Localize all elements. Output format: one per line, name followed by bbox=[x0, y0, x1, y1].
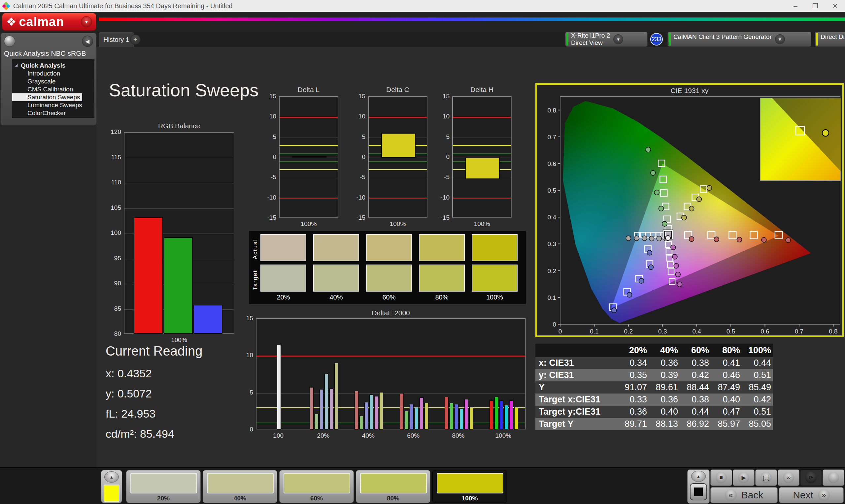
table-cell: 85.05 bbox=[742, 419, 773, 429]
deltae-bar bbox=[379, 392, 383, 430]
minimize-icon[interactable]: – bbox=[786, 0, 805, 12]
meter-count-badge[interactable]: 233 bbox=[650, 33, 663, 46]
calman-logo-text: calman bbox=[19, 16, 64, 28]
patch-color-swatch bbox=[130, 473, 197, 493]
tab-history-1[interactable]: History 1 bbox=[99, 32, 134, 47]
target-swatch-80% bbox=[419, 265, 465, 292]
pattern-generator-chevron-icon[interactable]: ▼ bbox=[775, 34, 785, 44]
next-button[interactable]: Next » bbox=[779, 487, 844, 503]
close-icon[interactable]: ✕ bbox=[825, 0, 845, 12]
ref-line bbox=[280, 145, 338, 146]
transport-blank-button[interactable] bbox=[823, 469, 844, 486]
table-cell: 88.44 bbox=[680, 382, 711, 393]
rgb-balance-title: RGB Balance bbox=[110, 122, 248, 130]
calman-menu-button[interactable]: ❖ calman ▼ bbox=[2, 13, 96, 31]
ref-line bbox=[257, 407, 525, 408]
meter-chevron-icon[interactable]: ▼ bbox=[613, 34, 623, 44]
deltae-title: DeltaE 2000 bbox=[256, 309, 526, 317]
sidebar-item-cms-calibration[interactable]: CMS Calibration bbox=[12, 86, 94, 93]
table-row: y: CIE310.350.390.420.460.51 bbox=[535, 369, 773, 381]
deltae-bar bbox=[424, 403, 428, 430]
sidebar-collapse-icon[interactable]: ◀ bbox=[82, 36, 93, 47]
patch-color-swatch bbox=[437, 473, 504, 493]
table-column-header: 80% bbox=[711, 345, 742, 356]
table-column-header: 60% bbox=[680, 345, 711, 356]
transport-tray-toggle[interactable]: ▲ bbox=[687, 469, 710, 504]
current-reading-heading: Current Reading bbox=[106, 344, 203, 359]
patch-button-20%[interactable]: 20% bbox=[126, 470, 201, 503]
deltae-bar bbox=[310, 387, 314, 430]
deltae-bar bbox=[354, 391, 358, 430]
svg-text:0.2: 0.2 bbox=[548, 268, 556, 274]
transport-loop-button[interactable]: ∞ bbox=[778, 469, 799, 486]
current-reading-value: cd/m²: 85.494 bbox=[106, 428, 203, 440]
actual-swatch-40% bbox=[313, 234, 359, 261]
app-window: Calman 2025 Calman Ultimate for Business… bbox=[0, 0, 845, 504]
tray-up-arrow-icon[interactable]: ▲ bbox=[104, 471, 119, 483]
display-control-dropdown[interactable]: Direct Display Control ▼ bbox=[815, 32, 845, 47]
delta_l-plot bbox=[279, 96, 338, 218]
transport-up-arrow-icon[interactable]: ▲ bbox=[691, 471, 706, 482]
ref-line bbox=[280, 117, 338, 118]
transport-stop-button[interactable]: ■ bbox=[710, 469, 732, 486]
svg-text:0.1: 0.1 bbox=[548, 294, 556, 301]
svg-text:0.8: 0.8 bbox=[548, 107, 556, 114]
workflow-title: Quick Analysis NBC sRGB bbox=[3, 48, 94, 59]
pattern-window-button[interactable] bbox=[690, 483, 707, 500]
display-control-accent bbox=[816, 33, 818, 46]
table-cell: 0.38 bbox=[680, 395, 711, 405]
titlebar: Calman 2025 Calman Ultimate for Business… bbox=[0, 0, 845, 12]
deltae-bar bbox=[374, 396, 378, 430]
window-title: Calman 2025 Calman Ultimate for Business… bbox=[13, 2, 233, 10]
deltae-bar bbox=[420, 397, 423, 430]
sidebar-item-saturation-sweeps[interactable]: Saturation Sweeps bbox=[12, 93, 82, 101]
app-icon bbox=[3, 2, 10, 10]
deltae-bar bbox=[494, 397, 498, 430]
svg-text:0: 0 bbox=[552, 321, 556, 328]
add-tab-button[interactable]: + bbox=[130, 34, 141, 45]
table-header-row: 20%40%60%80%100% bbox=[535, 344, 773, 357]
patch-button-100%[interactable]: 100% bbox=[433, 470, 507, 503]
delta_h-plot bbox=[452, 96, 512, 218]
pattern-generator-dropdown[interactable]: CalMAN Client 3 Pattern Generator ▼ bbox=[667, 32, 811, 47]
sidebar-item-colorchecker[interactable]: ColorChecker bbox=[12, 109, 94, 117]
patch-button-80%[interactable]: 80% bbox=[356, 470, 430, 503]
table-cell: 88.13 bbox=[649, 419, 680, 429]
table-cell: 0.40 bbox=[711, 395, 742, 405]
meter-mode: Direct View bbox=[571, 39, 610, 47]
patch-tray-toggle[interactable]: ▲ bbox=[101, 470, 122, 503]
maximize-icon[interactable]: ❐ bbox=[805, 0, 825, 12]
sidebar-item-luminance-sweeps[interactable]: Luminance Sweeps bbox=[12, 101, 94, 109]
calman-menu-chevron-icon[interactable]: ▼ bbox=[81, 16, 92, 28]
tree-expander-icon[interactable]: ◢ bbox=[15, 63, 17, 67]
sidebar-item-introduction[interactable]: Introduction bbox=[12, 70, 94, 77]
sidebar-item-screen-uniformity[interactable]: Screen Uniformity bbox=[12, 117, 94, 118]
meter-dropdown[interactable]: X-Rite i1Pro 2 Direct View ▼ bbox=[565, 32, 648, 47]
delta_l-title: Delta L bbox=[269, 86, 348, 94]
transport-play-button[interactable]: ▶ bbox=[733, 469, 755, 486]
table-cell: 0.34 bbox=[618, 358, 649, 368]
patch-button-60%[interactable]: 60% bbox=[279, 470, 354, 503]
patch-button-40%[interactable]: 40% bbox=[203, 470, 277, 503]
table-cell: 0.42 bbox=[680, 370, 711, 380]
transport-step-button[interactable]: [‥] bbox=[755, 469, 777, 486]
back-button[interactable]: « Back bbox=[710, 487, 778, 503]
rgb-bar-red bbox=[134, 217, 163, 334]
transport-refresh-button[interactable]: ⟳ bbox=[800, 469, 822, 486]
tree-root-quick-analysis[interactable]: ◢ Quick Analysis bbox=[12, 62, 94, 70]
next-arrow-icon: » bbox=[818, 489, 830, 501]
sidebar-sphere-button[interactable] bbox=[4, 36, 15, 47]
back-arrow-icon: « bbox=[725, 489, 737, 501]
cie-1931-panel[interactable]: CIE 1931 xy 00.10.20.30.40.50.60.70.800.… bbox=[535, 83, 844, 337]
target-swatch-20% bbox=[261, 265, 306, 292]
table-cell: 0.41 bbox=[711, 358, 742, 368]
ref-line bbox=[453, 117, 511, 118]
deltae-bar bbox=[445, 397, 448, 430]
table-column-header: 20% bbox=[618, 345, 649, 356]
workflow-tree: ◢ Quick Analysis IntroductionGrayscaleCM… bbox=[12, 59, 94, 118]
deltae-bar bbox=[405, 411, 409, 430]
sidebar-item-grayscale[interactable]: Grayscale bbox=[12, 77, 94, 86]
delta_h-bar bbox=[465, 158, 500, 179]
target-row-label: Target bbox=[252, 270, 259, 290]
table-cell: 0.51 bbox=[742, 370, 773, 380]
